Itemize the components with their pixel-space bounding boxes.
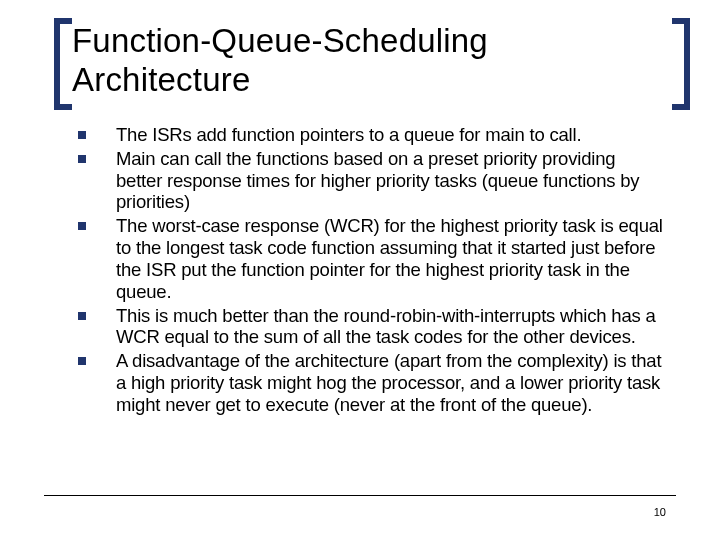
square-bullet-icon	[78, 131, 86, 139]
bullet-text: A disadvantage of the architecture (apar…	[116, 350, 666, 415]
list-item: This is much better than the round-robin…	[78, 305, 666, 349]
list-item: A disadvantage of the architecture (apar…	[78, 350, 666, 415]
bullet-text: The worst-case response (WCR) for the hi…	[116, 215, 666, 302]
list-item: The ISRs add function pointers to a queu…	[78, 124, 666, 146]
bullet-text: The ISRs add function pointers to a queu…	[116, 124, 581, 146]
bracket-left-decoration	[54, 18, 72, 110]
square-bullet-icon	[78, 155, 86, 163]
square-bullet-icon	[78, 222, 86, 230]
slide-title: Function-Queue-Scheduling Architecture	[72, 22, 672, 100]
square-bullet-icon	[78, 357, 86, 365]
slide: Function-Queue-Scheduling Architecture T…	[0, 0, 720, 540]
list-item: Main can call the functions based on a p…	[78, 148, 666, 213]
bullet-text: Main can call the functions based on a p…	[116, 148, 666, 213]
bracket-right-decoration	[672, 18, 690, 110]
bullet-text: This is much better than the round-robin…	[116, 305, 666, 349]
title-block: Function-Queue-Scheduling Architecture	[72, 22, 672, 100]
footer-divider	[44, 495, 676, 496]
slide-body: The ISRs add function pointers to a queu…	[72, 124, 672, 416]
list-item: The worst-case response (WCR) for the hi…	[78, 215, 666, 302]
square-bullet-icon	[78, 312, 86, 320]
page-number: 10	[654, 506, 666, 518]
